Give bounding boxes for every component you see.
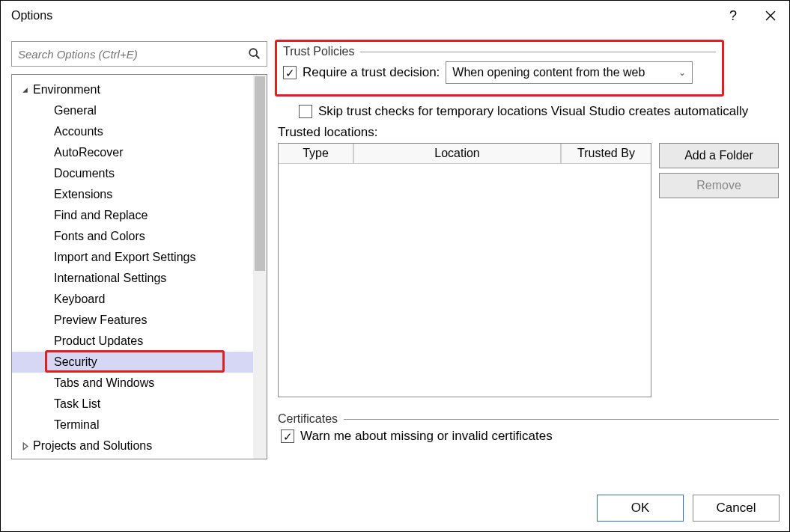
remove-button[interactable]: Remove: [659, 173, 779, 198]
tree-item-label: Preview Features: [54, 314, 148, 327]
tree-item-label: Projects and Solutions: [33, 439, 152, 453]
tree-item-preview-features[interactable]: Preview Features: [12, 310, 253, 331]
tree-item-label: Fonts and Colors: [54, 230, 145, 243]
certificates-label: Certificates: [278, 412, 338, 426]
tree-item-security[interactable]: Security: [12, 352, 253, 373]
tree-item-label: Extensions: [54, 188, 112, 201]
tree-item-projects-and-solutions[interactable]: Projects and Solutions: [12, 435, 253, 456]
column-type[interactable]: Type: [279, 144, 353, 164]
close-button[interactable]: [752, 1, 789, 31]
tree-item-fonts-and-colors[interactable]: Fonts and Colors: [12, 226, 253, 247]
tree-item-label: Product Updates: [54, 334, 143, 348]
help-button[interactable]: ?: [714, 1, 752, 31]
svg-point-2: [249, 49, 257, 56]
search-icon[interactable]: [247, 46, 262, 61]
skip-trust-label: Skip trust checks for temporary location…: [318, 104, 748, 119]
tree-item-label: Accounts: [54, 125, 103, 138]
divider: [360, 52, 716, 52]
warn-certs-label: Warn me about missing or invalid certifi…: [300, 429, 553, 444]
trusted-locations-grid[interactable]: Type Location Trusted By: [278, 143, 651, 397]
window-title: Options: [11, 9, 52, 22]
skip-trust-checkbox[interactable]: [299, 105, 312, 118]
collapse-icon[interactable]: [16, 86, 33, 94]
tree-item-keyboard[interactable]: Keyboard: [12, 289, 253, 310]
search-input[interactable]: [12, 42, 267, 66]
svg-line-3: [256, 55, 260, 59]
tree-item-label: Environment: [33, 83, 100, 97]
tree-item-label: Terminal: [54, 418, 99, 432]
tree-item-label: Find and Replace: [54, 209, 148, 222]
options-tree[interactable]: EnvironmentGeneralAccountsAutoRecoverDoc…: [11, 74, 267, 459]
tree-scrollbar[interactable]: [253, 75, 267, 459]
close-icon: [765, 10, 776, 21]
tree-item-label: Import and Export Settings: [54, 251, 195, 264]
tree-item-label: International Settings: [54, 272, 166, 285]
tree-item-documents[interactable]: Documents: [12, 163, 253, 184]
trust-decision-combo[interactable]: When opening content from the web ⌄: [446, 61, 693, 84]
combo-value: When opening content from the web: [452, 66, 645, 79]
tree-item-task-list[interactable]: Task List: [12, 394, 253, 415]
tree-item-international-settings[interactable]: International Settings: [12, 268, 253, 289]
tree-item-label: Security: [54, 355, 97, 369]
divider: [344, 419, 779, 420]
trust-policies-highlight: Trust Policies Require a trust decision:…: [275, 40, 724, 97]
scrollbar-thumb[interactable]: [255, 76, 265, 271]
add-folder-button[interactable]: Add a Folder: [659, 143, 779, 168]
tree-item-environment[interactable]: Environment: [12, 79, 253, 100]
tree-item-tabs-and-windows[interactable]: Tabs and Windows: [12, 373, 253, 394]
ok-button[interactable]: OK: [597, 495, 684, 522]
tree-item-autorecover[interactable]: AutoRecover: [12, 142, 253, 163]
tree-item-label: Tabs and Windows: [54, 376, 154, 390]
warn-certs-checkbox[interactable]: [281, 429, 294, 443]
tree-item-find-and-replace[interactable]: Find and Replace: [12, 205, 253, 226]
tree-item-label: Task List: [54, 397, 100, 411]
tree-item-accounts[interactable]: Accounts: [12, 121, 253, 142]
column-trusted-by[interactable]: Trusted By: [561, 144, 651, 164]
chevron-down-icon: ⌄: [678, 67, 686, 78]
tree-item-label: AutoRecover: [54, 146, 124, 159]
cancel-button[interactable]: Cancel: [693, 495, 780, 522]
tree-item-import-and-export-settings[interactable]: Import and Export Settings: [12, 247, 253, 268]
tree-item-label: General: [54, 104, 97, 117]
tree-item-label: Documents: [54, 167, 115, 180]
tree-item-extensions[interactable]: Extensions: [12, 184, 253, 205]
require-trust-checkbox[interactable]: [283, 66, 297, 79]
tree-item-product-updates[interactable]: Product Updates: [12, 331, 253, 352]
trusted-locations-label: Trusted locations:: [278, 125, 378, 139]
require-trust-label: Require a trust decision:: [303, 65, 440, 80]
tree-item-general[interactable]: General: [12, 100, 253, 121]
tree-item-label: Keyboard: [54, 293, 106, 306]
column-location[interactable]: Location: [353, 144, 561, 164]
tree-item-terminal[interactable]: Terminal: [12, 415, 253, 435]
search-box[interactable]: [11, 41, 267, 67]
trust-policies-label: Trust Policies: [283, 45, 354, 58]
expand-icon[interactable]: [16, 442, 33, 450]
